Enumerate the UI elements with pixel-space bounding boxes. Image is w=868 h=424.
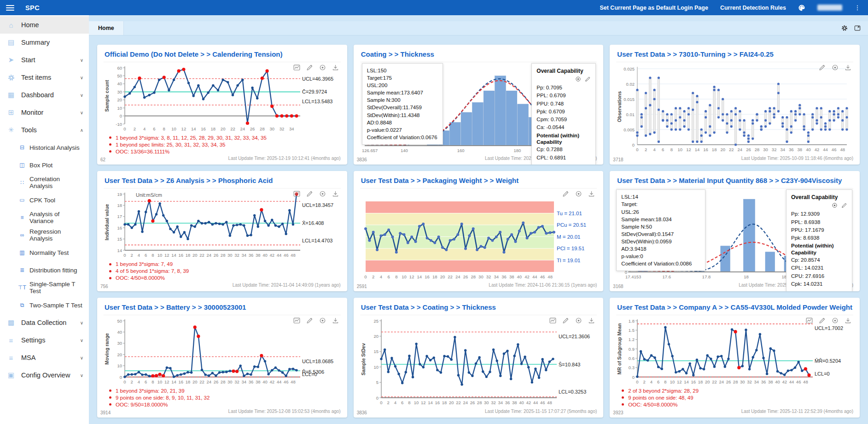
stats-line: Target: bbox=[621, 200, 700, 208]
edit-icon[interactable] bbox=[819, 317, 826, 324]
card-toolbar bbox=[293, 64, 339, 71]
view-icon[interactable] bbox=[575, 76, 581, 82]
download-icon[interactable] bbox=[845, 317, 851, 324]
sidebar-item-config-overview[interactable]: ▣Config Overview∨ bbox=[0, 366, 89, 384]
svg-text:38: 38 bbox=[256, 379, 261, 384]
view-icon[interactable] bbox=[832, 202, 838, 208]
chart-image-icon[interactable] bbox=[806, 317, 813, 324]
tab-home[interactable]: Home bbox=[89, 21, 124, 35]
sidebar-item-normality-test[interactable]: ▥Normality Test bbox=[0, 244, 89, 261]
record-count: 3718 bbox=[613, 157, 623, 162]
ooc-annotation-text: 1 beyond 3*sigma: 20, 21, 39 bbox=[116, 388, 185, 394]
svg-text:18: 18 bbox=[712, 147, 717, 152]
sidebar-item-tools[interactable]: ✳Tools∧ bbox=[0, 121, 89, 139]
svg-text:44: 44 bbox=[823, 147, 828, 152]
svg-text:6: 6 bbox=[153, 126, 155, 131]
svg-text:32: 32 bbox=[772, 147, 777, 152]
sidebar-item-summary[interactable]: ▤Summary bbox=[0, 34, 89, 51]
download-icon[interactable] bbox=[332, 190, 339, 197]
svg-text:42: 42 bbox=[269, 253, 274, 258]
svg-text:14: 14 bbox=[191, 126, 196, 131]
current-detection-rules-button[interactable]: Current Detection Rules bbox=[720, 5, 786, 11]
sidebar-item-test-items[interactable]: Test items∨ bbox=[0, 69, 89, 86]
svg-text:126.657: 126.657 bbox=[362, 148, 378, 153]
download-icon[interactable] bbox=[588, 190, 595, 197]
stats-line: StDev(Within):11.4348 bbox=[367, 112, 438, 119]
sidebar-item-distribution-fitting[interactable]: ≣Distribution fitting bbox=[0, 261, 89, 279]
sidebar-item-dashboard[interactable]: ▦Dashboard∨ bbox=[0, 86, 89, 104]
sidebar-item-cpk-tool[interactable]: ▭CPK Tool bbox=[0, 191, 89, 209]
sidebar-item-regression-analysis[interactable]: ∞Regression Analysis bbox=[0, 226, 89, 244]
svg-text:0: 0 bbox=[364, 274, 367, 279]
view-icon[interactable] bbox=[832, 64, 839, 71]
svg-text:16: 16 bbox=[425, 274, 430, 279]
sidebar-item-label: Dashboard bbox=[21, 91, 54, 99]
sidebar-item-historical-analysis[interactable]: ⊟Historical Analysis bbox=[0, 139, 89, 156]
view-icon[interactable] bbox=[575, 317, 582, 324]
download-icon[interactable] bbox=[332, 317, 339, 324]
sidebar-item-data-collection[interactable]: ▩Data Collection∨ bbox=[0, 314, 89, 331]
sidebar-item-analysis-of-variance[interactable]: ≡Analysis of Variance bbox=[0, 209, 89, 226]
download-icon[interactable] bbox=[332, 64, 339, 71]
stats-line: Coefficient of Variation:0.0676 bbox=[367, 134, 438, 141]
capability-row: CPU: 27.6916 bbox=[791, 272, 847, 280]
edit-icon[interactable] bbox=[562, 190, 569, 197]
card-footer: Last Update Time: 2025-12-08 15:02:53 (4… bbox=[104, 408, 341, 415]
svg-text:0: 0 bbox=[120, 113, 122, 118]
edit-icon[interactable] bbox=[306, 64, 313, 71]
sidebar-item-monitor[interactable]: ⊞Monitor∨ bbox=[0, 104, 89, 121]
chart-image-icon[interactable] bbox=[293, 64, 300, 71]
download-icon[interactable] bbox=[845, 64, 851, 71]
view-icon[interactable] bbox=[319, 64, 326, 71]
sidebar-item-correlation-analysis[interactable]: ∷Correlation Analysis bbox=[0, 174, 89, 191]
sidebar-item-msa[interactable]: ≡MSA∨ bbox=[0, 349, 89, 366]
hamburger-menu-icon[interactable] bbox=[6, 5, 14, 11]
zone-chart: 0246810121416182022242628303234363840424… bbox=[360, 189, 597, 281]
svg-text:32: 32 bbox=[491, 400, 496, 405]
svg-text:0: 0 bbox=[123, 379, 126, 384]
sidebar-item-box-plot[interactable]: ◫Box Plot bbox=[0, 156, 89, 174]
user-name-redacted[interactable] bbox=[817, 5, 842, 11]
view-icon[interactable] bbox=[319, 190, 326, 197]
edit-icon[interactable] bbox=[585, 76, 591, 82]
svg-text:26: 26 bbox=[250, 126, 255, 131]
fullscreen-icon[interactable] bbox=[854, 25, 861, 31]
svg-text:34: 34 bbox=[498, 400, 503, 405]
sidebar-item-settings[interactable]: ≡Settings∨ bbox=[0, 331, 89, 349]
view-icon[interactable] bbox=[319, 317, 326, 324]
svg-text:4: 4 bbox=[394, 400, 396, 405]
card-toolbar bbox=[293, 317, 339, 324]
palette-icon[interactable] bbox=[798, 4, 805, 12]
ooc-annotation-line: OOC: 4/50=8.0000% bbox=[622, 401, 853, 408]
view-icon[interactable] bbox=[575, 190, 582, 197]
dist-icon: ≣ bbox=[18, 267, 26, 273]
chart-image-icon[interactable] bbox=[549, 317, 556, 324]
download-icon[interactable] bbox=[588, 317, 595, 324]
capability-section-title: Potential (within) Capability bbox=[791, 242, 847, 256]
sidebar-item-home[interactable]: ⌂Home bbox=[0, 16, 89, 34]
box-scatter-chart: 00.0050.010.0150.020.0250246810121416182… bbox=[616, 63, 853, 155]
tools-icon: ✳ bbox=[6, 126, 16, 134]
capability-row: Cp: 0.7288 bbox=[536, 146, 591, 153]
svg-text:30: 30 bbox=[117, 341, 122, 346]
gear-icon[interactable] bbox=[841, 25, 848, 31]
set-default-login-button[interactable]: Set Current Page as Default Login Page bbox=[600, 5, 708, 11]
edit-icon[interactable] bbox=[841, 202, 847, 208]
svg-text:0: 0 bbox=[376, 395, 378, 400]
kebab-menu-icon[interactable] bbox=[854, 5, 861, 11]
chart-image-icon[interactable] bbox=[293, 317, 300, 324]
edit-icon[interactable] bbox=[306, 317, 313, 324]
sidebar-item-single-sample-t-test[interactable]: ⊤TSingle-Sample T Test bbox=[0, 279, 89, 296]
sidebar-item-two-sample-t-test[interactable]: ⧉Two-Sample T Test bbox=[0, 296, 89, 314]
svg-text:6: 6 bbox=[662, 147, 664, 152]
chart-image-icon[interactable] bbox=[293, 190, 300, 197]
svg-text:40: 40 bbox=[262, 253, 268, 258]
edit-icon[interactable] bbox=[819, 64, 826, 71]
sidebar-item-start[interactable]: ➤Start∨ bbox=[0, 51, 89, 69]
svg-text:12: 12 bbox=[421, 400, 426, 405]
edit-icon[interactable] bbox=[306, 190, 313, 197]
view-icon[interactable] bbox=[832, 317, 839, 324]
card-toolbar bbox=[562, 190, 595, 197]
edit-icon[interactable] bbox=[562, 317, 569, 324]
svg-text:48: 48 bbox=[547, 400, 552, 405]
